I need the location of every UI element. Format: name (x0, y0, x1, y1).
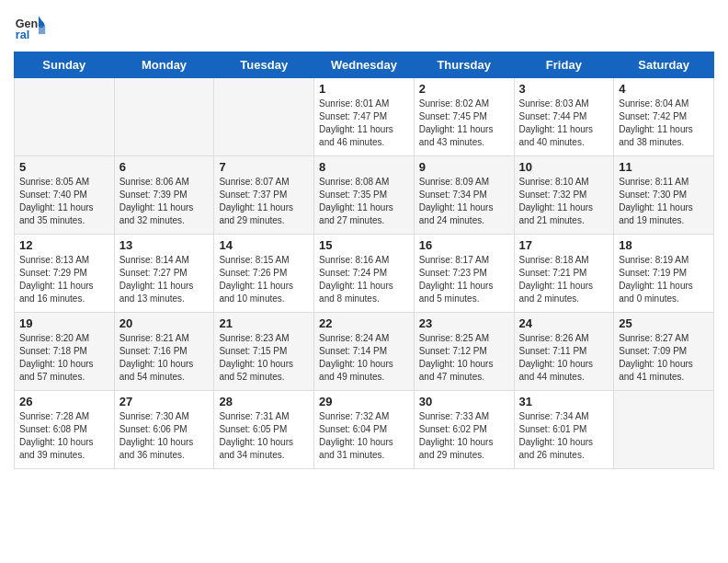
calendar-cell: 23Sunrise: 8:25 AMSunset: 7:12 PMDayligh… (414, 313, 514, 391)
header: Gene ral (14, 9, 714, 42)
day-number: 20 (119, 316, 210, 330)
day-info: Sunrise: 8:04 AMSunset: 7:42 PMDaylight:… (619, 98, 709, 149)
day-info: Sunrise: 8:18 AMSunset: 7:21 PMDaylight:… (519, 254, 609, 305)
calendar-cell: 8Sunrise: 8:08 AMSunset: 7:35 PMDaylight… (314, 156, 415, 235)
day-number: 16 (419, 238, 509, 252)
day-number: 10 (519, 160, 609, 174)
day-info: Sunrise: 8:25 AMSunset: 7:12 PMDaylight:… (419, 332, 509, 384)
day-info: Sunrise: 8:16 AMSunset: 7:24 PMDaylight:… (319, 254, 409, 305)
day-number: 7 (219, 160, 309, 174)
logo: Gene ral (14, 9, 51, 42)
day-number: 4 (619, 82, 709, 96)
calendar-cell: 30Sunrise: 7:33 AMSunset: 6:02 PMDayligh… (414, 391, 514, 469)
day-info: Sunrise: 8:01 AMSunset: 7:47 PMDaylight:… (319, 98, 409, 149)
day-header-friday: Friday (514, 52, 614, 78)
day-number: 26 (19, 395, 109, 408)
calendar-cell: 9Sunrise: 8:09 AMSunset: 7:34 PMDaylight… (414, 156, 514, 235)
calendar-cell: 7Sunrise: 8:07 AMSunset: 7:37 PMDaylight… (214, 156, 314, 235)
day-info: Sunrise: 8:08 AMSunset: 7:35 PMDaylight:… (319, 176, 409, 227)
day-number: 6 (119, 160, 210, 174)
day-info: Sunrise: 8:15 AMSunset: 7:26 PMDaylight:… (219, 254, 309, 305)
day-header-monday: Monday (114, 52, 214, 78)
calendar-cell: 19Sunrise: 8:20 AMSunset: 7:18 PMDayligh… (15, 313, 115, 391)
calendar-cell: 21Sunrise: 8:23 AMSunset: 7:15 PMDayligh… (214, 313, 314, 391)
day-info: Sunrise: 8:20 AMSunset: 7:18 PMDaylight:… (19, 332, 109, 384)
calendar-cell (15, 78, 115, 156)
day-info: Sunrise: 8:21 AMSunset: 7:16 PMDaylight:… (119, 332, 210, 384)
day-number: 1 (319, 82, 409, 96)
day-number: 31 (519, 395, 609, 408)
day-number: 14 (219, 238, 309, 252)
calendar-week-4: 19Sunrise: 8:20 AMSunset: 7:18 PMDayligh… (15, 313, 714, 391)
day-info: Sunrise: 8:02 AMSunset: 7:45 PMDaylight:… (419, 98, 509, 149)
day-info: Sunrise: 7:33 AMSunset: 6:02 PMDaylight:… (419, 410, 509, 462)
day-info: Sunrise: 8:05 AMSunset: 7:40 PMDaylight:… (19, 176, 109, 227)
calendar-cell: 20Sunrise: 8:21 AMSunset: 7:16 PMDayligh… (114, 313, 214, 391)
day-header-thursday: Thursday (414, 52, 514, 78)
day-info: Sunrise: 7:34 AMSunset: 6:01 PMDaylight:… (519, 410, 609, 462)
day-number: 25 (619, 316, 709, 330)
calendar-week-1: 1Sunrise: 8:01 AMSunset: 7:47 PMDaylight… (15, 78, 714, 156)
day-info: Sunrise: 8:06 AMSunset: 7:39 PMDaylight:… (119, 176, 210, 227)
calendar-cell: 24Sunrise: 8:26 AMSunset: 7:11 PMDayligh… (514, 313, 614, 391)
calendar-cell: 1Sunrise: 8:01 AMSunset: 7:47 PMDaylight… (314, 78, 415, 156)
day-number: 13 (119, 238, 210, 252)
day-number: 3 (519, 82, 609, 96)
svg-text:ral: ral (16, 29, 29, 41)
day-header-sunday: Sunday (15, 52, 115, 78)
day-info: Sunrise: 8:13 AMSunset: 7:29 PMDaylight:… (19, 254, 109, 305)
calendar-cell: 2Sunrise: 8:02 AMSunset: 7:45 PMDaylight… (414, 78, 514, 156)
calendar-cell: 14Sunrise: 8:15 AMSunset: 7:26 PMDayligh… (214, 235, 314, 313)
day-info: Sunrise: 8:09 AMSunset: 7:34 PMDaylight:… (419, 176, 509, 227)
calendar-cell (114, 78, 214, 156)
logo-icon: Gene ral (14, 9, 47, 42)
calendar-cell: 13Sunrise: 8:14 AMSunset: 7:27 PMDayligh… (114, 235, 214, 313)
calendar-cell: 29Sunrise: 7:32 AMSunset: 6:04 PMDayligh… (314, 391, 415, 469)
day-number: 23 (419, 316, 509, 330)
day-header-saturday: Saturday (614, 52, 714, 78)
day-number: 9 (419, 160, 509, 174)
calendar-week-3: 12Sunrise: 8:13 AMSunset: 7:29 PMDayligh… (15, 235, 714, 313)
day-info: Sunrise: 8:27 AMSunset: 7:09 PMDaylight:… (619, 332, 709, 384)
day-info: Sunrise: 8:19 AMSunset: 7:19 PMDaylight:… (619, 254, 709, 305)
calendar-cell: 31Sunrise: 7:34 AMSunset: 6:01 PMDayligh… (514, 391, 614, 469)
day-info: Sunrise: 7:30 AMSunset: 6:06 PMDaylight:… (119, 410, 210, 462)
calendar-header-row: SundayMondayTuesdayWednesdayThursdayFrid… (15, 52, 714, 78)
day-number: 19 (19, 316, 109, 330)
calendar-cell: 17Sunrise: 8:18 AMSunset: 7:21 PMDayligh… (514, 235, 614, 313)
day-number: 22 (319, 316, 409, 330)
day-number: 21 (219, 316, 309, 330)
calendar-cell: 6Sunrise: 8:06 AMSunset: 7:39 PMDaylight… (114, 156, 214, 235)
day-info: Sunrise: 8:07 AMSunset: 7:37 PMDaylight:… (219, 176, 309, 227)
day-info: Sunrise: 8:23 AMSunset: 7:15 PMDaylight:… (219, 332, 309, 384)
day-number: 27 (119, 395, 210, 408)
calendar-table: SundayMondayTuesdayWednesdayThursdayFrid… (14, 52, 714, 469)
calendar-cell (614, 391, 714, 469)
day-info: Sunrise: 7:31 AMSunset: 6:05 PMDaylight:… (219, 410, 309, 462)
day-number: 8 (319, 160, 409, 174)
calendar-cell: 28Sunrise: 7:31 AMSunset: 6:05 PMDayligh… (214, 391, 314, 469)
day-number: 12 (19, 238, 109, 252)
day-info: Sunrise: 8:17 AMSunset: 7:23 PMDaylight:… (419, 254, 509, 305)
calendar-cell: 26Sunrise: 7:28 AMSunset: 6:08 PMDayligh… (15, 391, 115, 469)
day-info: Sunrise: 8:11 AMSunset: 7:30 PMDaylight:… (619, 176, 709, 227)
day-number: 24 (519, 316, 609, 330)
day-number: 28 (219, 395, 309, 408)
calendar-cell: 18Sunrise: 8:19 AMSunset: 7:19 PMDayligh… (614, 235, 714, 313)
calendar-cell: 3Sunrise: 8:03 AMSunset: 7:44 PMDaylight… (514, 78, 614, 156)
day-number: 11 (619, 160, 709, 174)
day-info: Sunrise: 8:26 AMSunset: 7:11 PMDaylight:… (519, 332, 609, 384)
calendar-cell: 27Sunrise: 7:30 AMSunset: 6:06 PMDayligh… (114, 391, 214, 469)
calendar-cell: 12Sunrise: 8:13 AMSunset: 7:29 PMDayligh… (15, 235, 115, 313)
day-info: Sunrise: 8:24 AMSunset: 7:14 PMDaylight:… (319, 332, 409, 384)
day-info: Sunrise: 7:28 AMSunset: 6:08 PMDaylight:… (19, 410, 109, 462)
calendar-week-5: 26Sunrise: 7:28 AMSunset: 6:08 PMDayligh… (15, 391, 714, 469)
day-number: 15 (319, 238, 409, 252)
calendar-cell: 10Sunrise: 8:10 AMSunset: 7:32 PMDayligh… (514, 156, 614, 235)
calendar-cell: 11Sunrise: 8:11 AMSunset: 7:30 PMDayligh… (614, 156, 714, 235)
calendar-cell: 4Sunrise: 8:04 AMSunset: 7:42 PMDaylight… (614, 78, 714, 156)
day-number: 17 (519, 238, 609, 252)
calendar-cell: 5Sunrise: 8:05 AMSunset: 7:40 PMDaylight… (15, 156, 115, 235)
calendar-cell (214, 78, 314, 156)
day-info: Sunrise: 8:03 AMSunset: 7:44 PMDaylight:… (519, 98, 609, 149)
